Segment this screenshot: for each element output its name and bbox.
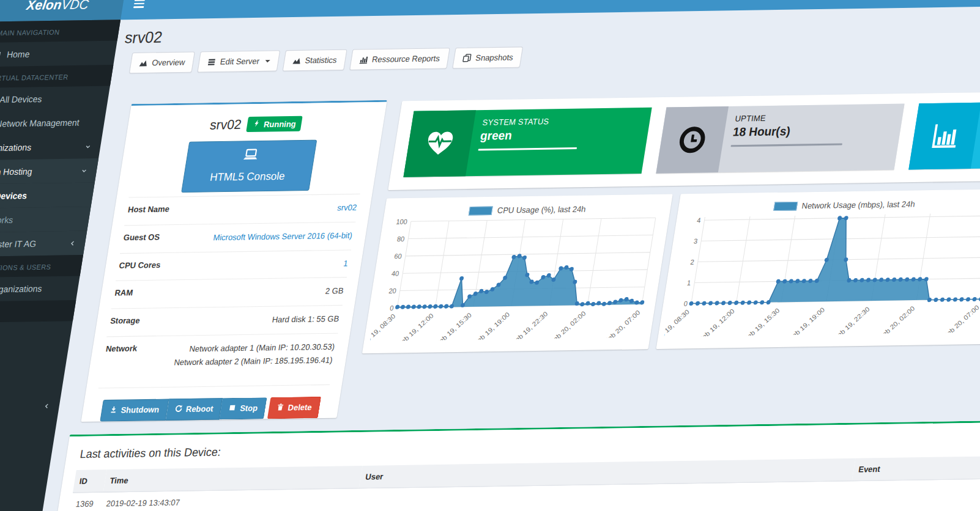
brand-logo[interactable]: XelonVDC: [0, 0, 125, 21]
svg-text:4: 4: [697, 216, 702, 224]
info-row-host-name: Host Namesrv02: [124, 194, 360, 225]
stop-button[interactable]: Stop: [220, 397, 267, 419]
activities-table: IDTimeUserEvent 13692019-02-19 13:43:07: [69, 456, 980, 511]
sidebar-item-home[interactable]: Home: [0, 41, 117, 67]
info-row-cpu-cores: CPU Cores1: [116, 249, 351, 281]
table-header-event: Event: [852, 456, 980, 481]
svg-text:Feb 19, 22:30: Feb 19, 22:30: [511, 310, 549, 341]
sidebar-section-header-reports: REPORTS: [0, 300, 76, 323]
chart-plot: 01234Feb 19, 08:30Feb 19, 12:00Feb 19, 1…: [664, 207, 980, 337]
info-value-network: Network adapter 1 (Main IP: 10.20.30.53)…: [157, 340, 335, 370]
info-value-guest-os[interactable]: Microsoft Windows Server 2016 (64-bit): [177, 229, 353, 245]
sidebar-item-networks[interactable]: Networks: [0, 207, 91, 233]
brand-light: VDC: [61, 0, 90, 12]
svg-text:60: 60: [394, 252, 403, 260]
status-badge: Running: [247, 116, 303, 132]
svg-text:Feb 19, 15:30: Feb 19, 15:30: [743, 307, 781, 337]
sidebar-section-header-organizations-users: ORGANIZATIONS & USERS: [0, 255, 83, 278]
sidebar-item-manage-organizations[interactable]: Manage Organizations: [0, 276, 80, 302]
sidebar-item-network-management[interactable]: Network Management: [0, 110, 106, 136]
trash-icon: [276, 403, 286, 413]
chevron-down-icon: [84, 143, 92, 150]
sidebar-item-overview[interactable]: Overview: [0, 345, 69, 372]
server-toolbar: OverviewEdit ServerStatisticsRessource R…: [129, 46, 523, 73]
chevron-left-icon: [43, 402, 51, 410]
activities-panel: Last activities on this Device: IDTimeUs…: [46, 421, 980, 511]
legend-swatch: [773, 201, 798, 210]
info-box-progress: [478, 147, 576, 151]
tab-ressource-reports[interactable]: Ressource Reports: [349, 48, 450, 70]
server-info-table: Host Namesrv02Guest OSMicrosoft Windows …: [100, 194, 360, 378]
svg-text:40: 40: [391, 270, 399, 277]
activities-title: Last activities on this Device:: [79, 434, 980, 461]
page-title: srv02: [124, 28, 164, 47]
info-value-storage: Hard disk 1: 55 GB: [164, 313, 340, 329]
table-header-time: Time: [103, 466, 363, 492]
sidebar-item-organizations[interactable]: Organizations: [0, 134, 102, 160]
sidebar-section-header-virtual-datacenter: VIRTUAL DATACENTER: [0, 65, 113, 88]
info-row-ram: RAM2 GB: [111, 278, 347, 309]
status-widgets-panel: SYSTEM STATUSgreenUPTIME18 Hour(s)CURREN…: [388, 89, 980, 190]
svg-text:Feb 19, 15:30: Feb 19, 15:30: [434, 311, 472, 341]
clock-icon: [656, 106, 729, 174]
sidebar-item-all-devices[interactable]: All Devices: [0, 86, 110, 112]
svg-text:0: 0: [389, 304, 394, 312]
server-summary-card: srv02 Running HTML5 Console Host Namesrv…: [81, 100, 387, 422]
svg-text:1: 1: [686, 279, 691, 287]
xelon-vdc-dashboard: XelonVDC MAIN NAVIGATIONHomeVIRTUAL DATA…: [0, 0, 980, 511]
shutdown-button[interactable]: Shutdown: [100, 399, 169, 421]
tab-statistics[interactable]: Statistics: [282, 50, 347, 72]
svg-text:3: 3: [693, 237, 698, 244]
network-usage-chart-panel: Network Usage (mbps), last 24h01234Feb 1…: [656, 189, 980, 349]
delete-button[interactable]: Delete: [267, 396, 321, 419]
copy-icon: [461, 53, 472, 63]
info-box-value: 18 Hour(s): [732, 123, 893, 139]
tab-overview[interactable]: Overview: [129, 51, 195, 73]
sidebar-item-admin[interactable]: Admin: [0, 321, 73, 347]
heart-icon: [403, 110, 476, 177]
refresh-icon: [174, 404, 184, 414]
barchart-icon: [358, 55, 368, 64]
sidebar-item-xelon-hosting[interactable]: Xelon Hosting: [0, 158, 98, 185]
svg-text:Feb 19, 08:30: Feb 19, 08:30: [370, 312, 396, 341]
server-name: srv02: [209, 117, 242, 133]
tab-snapshots[interactable]: Snapshots: [452, 46, 523, 68]
table-header-id: ID: [73, 469, 107, 493]
brand-bold: Xelon: [26, 0, 63, 13]
info-box-label: UPTIME: [735, 111, 895, 123]
rows-icon: [207, 57, 217, 67]
sidebar-toggle-button[interactable]: [121, 0, 157, 20]
info-value-cpu-cores[interactable]: 1: [173, 257, 349, 273]
svg-text:Feb 19, 22:30: Feb 19, 22:30: [833, 306, 870, 337]
main-content: srv02 OverviewEdit ServerStatisticsResso…: [35, 6, 980, 511]
info-row-network: NetworkNetwork adapter 1 (Main IP: 10.20…: [100, 333, 338, 378]
info-value-ram: 2 GB: [168, 285, 344, 301]
info-box-value: green: [479, 127, 640, 143]
cpu-usage-chart-panel: CPU Usage (%), last 24h020406080100Feb 1…: [362, 194, 673, 353]
sidebar-item-devices[interactable]: Devices: [0, 183, 95, 209]
reboot-button[interactable]: Reboot: [165, 398, 223, 421]
shutdown-icon: [109, 405, 119, 416]
html5-console-button[interactable]: HTML5 Console: [181, 140, 317, 193]
info-row-guest-os: Guest OSMicrosoft Windows Server 2016 (6…: [120, 221, 355, 252]
info-box-system-status: SYSTEM STATUSgreen: [403, 108, 651, 177]
info-value-host-name[interactable]: srv02: [182, 201, 358, 217]
svg-text:Feb 19, 19:00: Feb 19, 19:00: [472, 311, 510, 341]
sidebar-item-usage-reports[interactable]: Usage Reports: [0, 369, 65, 395]
svg-text:20: 20: [388, 287, 397, 295]
sidebar-section-header-main-navigation: MAIN NAVIGATION: [0, 20, 121, 43]
area-icon: [138, 58, 148, 67]
tab-edit-server[interactable]: Edit Server: [198, 50, 280, 72]
laptop-icon: [186, 147, 316, 167]
chevron-left-icon: [69, 240, 76, 247]
legend-swatch: [469, 206, 493, 215]
info-row-storage: StorageHard disk 1: 55 GB: [106, 305, 342, 336]
server-action-buttons: ShutdownRebootStopDelete: [93, 384, 330, 421]
sidebar-item-reports[interactable]: Reports: [0, 394, 61, 420]
svg-text:Feb 19, 12:00: Feb 19, 12:00: [697, 307, 735, 337]
svg-text:Feb 20, 02:00: Feb 20, 02:00: [878, 304, 916, 337]
sidebar-item-max-muster-it-ag[interactable]: Max Muster IT AG: [0, 231, 87, 257]
svg-text:Feb 20, 07:00: Feb 20, 07:00: [603, 309, 641, 341]
svg-text:2: 2: [690, 258, 695, 265]
chartbars-icon: [908, 103, 980, 170]
